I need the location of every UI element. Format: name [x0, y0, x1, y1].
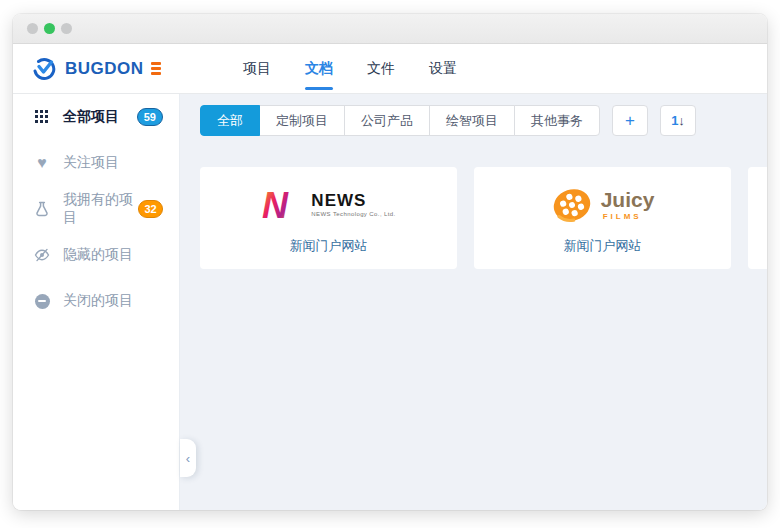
sort-button[interactable]: 1 ↓ — [660, 105, 696, 136]
filter-tab-huizhi-projects[interactable]: 绘智项目 — [429, 105, 515, 136]
category-button-group: 全部 定制项目 公司产品 绘智项目 其他事务 — [200, 105, 600, 136]
filter-tab-all[interactable]: 全部 — [200, 105, 260, 136]
tab-settings[interactable]: 设置 — [429, 44, 457, 93]
sidebar-item-label: 关闭的项目 — [63, 292, 133, 310]
sidebar-item-hidden-projects[interactable]: 隐藏的项目 — [13, 232, 179, 278]
sidebar-item-label: 隐藏的项目 — [63, 246, 133, 264]
window-control-dot-center[interactable] — [44, 23, 55, 34]
plus-icon: + — [625, 112, 635, 129]
project-card-list: N NEWS NEWS Technology Co., Ltd. 新闻门户网站 — [200, 167, 767, 269]
bugdone-logo-icon — [31, 56, 58, 81]
filter-tab-other-affairs[interactable]: 其他事务 — [514, 105, 600, 136]
tab-documents[interactable]: 文档 — [305, 44, 333, 93]
juicy-logo-title: Juicy — [601, 189, 655, 210]
grid-icon — [33, 108, 51, 126]
eye-off-icon — [33, 246, 51, 264]
count-badge: 32 — [138, 200, 163, 218]
sidebar-item-label: 我拥有的项目 — [63, 191, 138, 227]
news-logo-title: NEWS — [311, 192, 395, 209]
project-card-partial[interactable] — [748, 167, 767, 269]
window-titlebar — [13, 14, 767, 44]
sidebar-collapse-button[interactable]: ‹ — [180, 439, 196, 477]
film-reel-icon — [551, 184, 593, 226]
tab-files[interactable]: 文件 — [367, 44, 395, 93]
add-category-button[interactable]: + — [612, 105, 648, 136]
project-card-juicy[interactable]: Juicy FILMS 新闻门户网站 — [474, 167, 731, 269]
svg-text:N: N — [262, 187, 289, 223]
window-control-dot-left[interactable] — [27, 23, 38, 34]
filter-tab-custom-projects[interactable]: 定制项目 — [259, 105, 345, 136]
content-area: 全部 定制项目 公司产品 绘智项目 其他事务 + 1 ↓ — [180, 94, 767, 510]
heart-icon: ♥ — [33, 154, 51, 172]
juicy-logo-subtitle: FILMS — [603, 212, 642, 221]
filter-bar: 全部 定制项目 公司产品 绘智项目 其他事务 + 1 ↓ — [200, 105, 767, 136]
brand-name: BUGDON — [65, 59, 144, 79]
news-logo: N NEWS NEWS Technology Co., Ltd. — [261, 182, 395, 228]
brand-e-bars-icon — [151, 62, 161, 75]
window-control-dot-right[interactable] — [61, 23, 72, 34]
tab-projects[interactable]: 项目 — [243, 44, 271, 93]
project-card-name: 新闻门户网站 — [290, 237, 368, 255]
sidebar: 全部项目 59 ♥ 关注项目 我拥有的项目 32 — [13, 94, 180, 510]
juicy-films-logo: Juicy FILMS — [551, 182, 655, 228]
app-window: BUGDON 项目 文档 文件 设置 全部项目 59 ♥ 关注项目 — [13, 14, 767, 510]
project-card-name: 新闻门户网站 — [564, 237, 642, 255]
news-logo-subtitle: NEWS Technology Co., Ltd. — [311, 211, 395, 217]
sidebar-item-my-projects[interactable]: 我拥有的项目 32 — [13, 186, 179, 232]
bugdone-logo: BUGDON — [31, 56, 161, 81]
main-nav: 项目 文档 文件 设置 — [243, 44, 457, 93]
sort-ascending-icon: 1 — [671, 114, 678, 127]
filter-tab-company-products[interactable]: 公司产品 — [344, 105, 430, 136]
app-body: 全部项目 59 ♥ 关注项目 我拥有的项目 32 — [13, 94, 767, 510]
count-badge: 59 — [137, 108, 163, 126]
news-n-icon: N — [261, 187, 303, 223]
minus-circle-icon — [33, 292, 51, 310]
sidebar-item-all-projects[interactable]: 全部项目 59 — [13, 94, 179, 140]
sidebar-item-followed-projects[interactable]: ♥ 关注项目 — [13, 140, 179, 186]
sort-arrow-icon: ↓ — [678, 114, 685, 127]
app-header: BUGDON 项目 文档 文件 设置 — [13, 44, 767, 94]
sidebar-item-closed-projects[interactable]: 关闭的项目 — [13, 278, 179, 324]
sidebar-item-label: 关注项目 — [63, 154, 119, 172]
project-card-news[interactable]: N NEWS NEWS Technology Co., Ltd. 新闻门户网站 — [200, 167, 457, 269]
sidebar-item-label: 全部项目 — [63, 108, 119, 126]
chevron-left-icon: ‹ — [186, 451, 190, 466]
flask-icon — [33, 200, 51, 218]
